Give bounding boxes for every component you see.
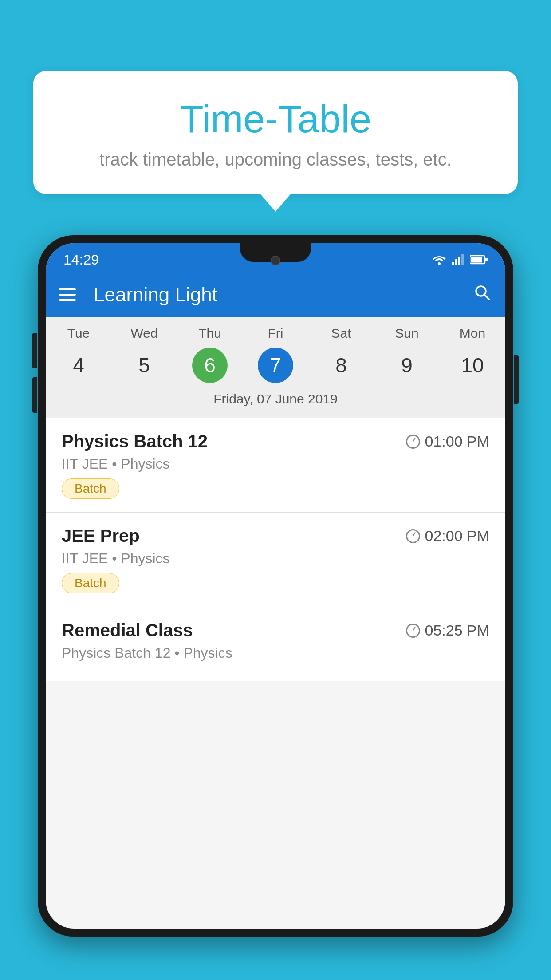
- svg-point-0: [438, 262, 441, 265]
- clock-icon-0: [406, 435, 420, 449]
- day-headers: Tue Wed Thu Fri Sat Sun Mon: [46, 326, 505, 341]
- schedule-time-label-0: 01:00 PM: [425, 433, 489, 450]
- schedule-item-header-1: JEE Prep 02:00 PM: [62, 526, 489, 546]
- day-6-today[interactable]: 6: [192, 348, 228, 383]
- volume-up-button: [32, 333, 37, 368]
- svg-rect-7: [485, 258, 488, 261]
- schedule-item-header-0: Physics Batch 12 01:00 PM: [62, 431, 489, 451]
- clock-icon-2: [406, 624, 420, 638]
- tooltip-title: Time-Table: [55, 98, 496, 141]
- phone-mockup: 14:29: [38, 235, 513, 980]
- schedule-title-0: Physics Batch 12: [62, 431, 208, 451]
- day-5[interactable]: 5: [111, 345, 177, 385]
- calendar-strip: Tue Wed Thu Fri Sat Sun Mon 4 5 6 7 8 9 …: [46, 317, 505, 418]
- phone-screen: 14:29: [46, 243, 505, 929]
- day-header-sun: Sun: [374, 326, 440, 341]
- power-button: [514, 355, 519, 404]
- schedule-title-2: Remedial Class: [62, 620, 193, 640]
- day-8[interactable]: 8: [308, 345, 374, 385]
- schedule-time-label-2: 05:25 PM: [425, 622, 489, 639]
- clock-icon-1: [406, 529, 420, 543]
- schedule-item-0[interactable]: Physics Batch 12 01:00 PM IIT JEE • Phys…: [46, 418, 505, 513]
- signal-icon: [452, 254, 464, 265]
- schedule-list: Physics Batch 12 01:00 PM IIT JEE • Phys…: [46, 418, 505, 681]
- battery-icon: [470, 255, 488, 265]
- schedule-item-2[interactable]: Remedial Class 05:25 PM Physics Batch 12…: [46, 607, 505, 681]
- wifi-icon: [432, 254, 447, 265]
- day-4[interactable]: 4: [46, 345, 111, 385]
- search-icon[interactable]: [472, 283, 492, 307]
- schedule-item-1[interactable]: JEE Prep 02:00 PM IIT JEE • Physics Batc…: [46, 513, 505, 607]
- batch-badge-0: Batch: [62, 478, 119, 499]
- day-header-thu: Thu: [177, 326, 243, 341]
- svg-rect-2: [455, 259, 457, 265]
- day-7-selected[interactable]: 7: [258, 348, 293, 383]
- day-header-fri: Fri: [243, 326, 308, 341]
- svg-rect-4: [461, 254, 464, 265]
- schedule-time-0: 01:00 PM: [406, 433, 489, 450]
- phone-camera: [271, 256, 280, 265]
- day-header-mon: Mon: [440, 326, 505, 341]
- schedule-title-1: JEE Prep: [62, 526, 140, 546]
- selected-date-label: Friday, 07 June 2019: [46, 385, 505, 414]
- day-header-tue: Tue: [46, 326, 111, 341]
- schedule-subtitle-1: IIT JEE • Physics: [62, 550, 489, 567]
- day-10[interactable]: 10: [440, 345, 505, 385]
- volume-down-button: [32, 377, 37, 413]
- svg-line-9: [484, 295, 489, 300]
- day-header-wed: Wed: [111, 326, 177, 341]
- status-icons: [432, 254, 488, 265]
- day-numbers: 4 5 6 7 8 9 10: [46, 345, 505, 385]
- status-time: 14:29: [63, 252, 99, 268]
- day-header-sat: Sat: [308, 326, 374, 341]
- schedule-time-1: 02:00 PM: [406, 527, 489, 545]
- app-bar: Learning Light: [46, 273, 505, 317]
- schedule-subtitle-2: Physics Batch 12 • Physics: [62, 645, 489, 661]
- menu-icon[interactable]: [59, 288, 76, 301]
- schedule-item-header-2: Remedial Class 05:25 PM: [62, 620, 489, 640]
- day-9[interactable]: 9: [374, 345, 440, 385]
- phone-notch: [240, 243, 311, 262]
- app-title: Learning Light: [89, 284, 459, 306]
- svg-rect-6: [471, 257, 482, 263]
- tooltip-card: Time-Table track timetable, upcoming cla…: [33, 71, 518, 194]
- schedule-time-2: 05:25 PM: [406, 622, 489, 639]
- schedule-time-label-1: 02:00 PM: [425, 527, 489, 545]
- svg-rect-3: [458, 257, 460, 265]
- tooltip-subtitle: track timetable, upcoming classes, tests…: [55, 150, 496, 170]
- phone-outer: 14:29: [38, 235, 513, 937]
- svg-rect-1: [452, 262, 454, 265]
- batch-badge-1: Batch: [62, 573, 119, 593]
- schedule-subtitle-0: IIT JEE • Physics: [62, 456, 489, 472]
